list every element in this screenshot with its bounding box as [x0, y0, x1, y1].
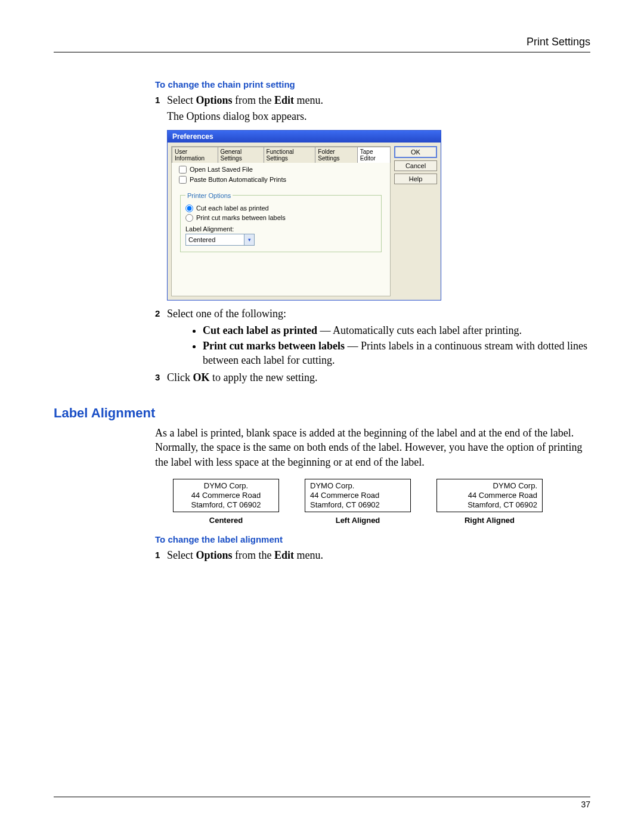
text: from the: [233, 94, 274, 106]
tab-tape-editor[interactable]: Tape Editor: [357, 147, 391, 163]
step-3: 3 Click OK to apply the new setting.: [155, 370, 590, 385]
bold-ok: OK: [193, 371, 210, 383]
radio-input[interactable]: [185, 205, 193, 212]
page-number: 37: [581, 800, 590, 809]
sample-line: Stamford, CT 06902: [310, 500, 380, 510]
alignment-step-1: 1 Select Options from the Edit menu.: [155, 548, 590, 562]
step-number: 1: [155, 548, 167, 562]
label-alignment-combo[interactable]: Centered ▾: [185, 234, 255, 246]
tab-general-settings[interactable]: General Settings: [218, 147, 264, 163]
checkbox-label: Open Last Saved File: [190, 166, 253, 173]
step-text: Select Options from the Edit menu.: [167, 93, 590, 107]
chevron-down-icon[interactable]: ▾: [244, 234, 254, 245]
sample-line: DYMO Corp.: [310, 481, 354, 491]
preferences-dialog: Preferences User Information General Set…: [167, 130, 441, 301]
group-legend: Printer Options: [185, 192, 233, 199]
text: Select: [167, 94, 196, 106]
example-box: DYMO Corp. 44 Commerce Road Stamford, CT…: [305, 479, 411, 512]
example-left: DYMO Corp. 44 Commerce Road Stamford, CT…: [305, 479, 411, 525]
step-text: Click OK to apply the new setting.: [167, 370, 590, 385]
step-1: 1 Select Options from the Edit menu.: [155, 93, 590, 107]
task-change-chain-print: To change the chain print setting 1 Sele…: [155, 79, 590, 385]
example-right: DYMO Corp. 44 Commerce Road Stamford, CT…: [436, 479, 543, 525]
example-box: DYMO Corp. 44 Commerce Road Stamford, CT…: [436, 479, 543, 512]
help-button[interactable]: Help: [394, 174, 437, 184]
tab-body: Open Last Saved File Paste Button Automa…: [172, 157, 390, 296]
sample-line: 44 Commerce Road: [310, 491, 379, 500]
page-footer: 37: [54, 797, 590, 809]
sample-line: DYMO Corp.: [493, 481, 537, 491]
header-title: Print Settings: [527, 36, 590, 48]
checkbox-input[interactable]: [179, 176, 187, 184]
bullet-cut-each: Cut each label as printed — Automaticall…: [203, 323, 590, 337]
dialog-button-column: OK Cancel Help: [394, 146, 437, 296]
cancel-button[interactable]: Cancel: [394, 160, 437, 171]
step-number: 1: [155, 93, 167, 107]
example-box: DYMO Corp. 44 Commerce Road Stamford, CT…: [173, 479, 279, 512]
alignment-examples: DYMO Corp. 44 Commerce Road Stamford, CT…: [173, 479, 543, 525]
text: Click: [167, 371, 193, 383]
step-1-result: The Options dialog box appears.: [167, 109, 590, 123]
radio-cut-each-label[interactable]: Cut each label as printed: [185, 205, 376, 212]
sample-line: 44 Commerce Road: [468, 491, 537, 500]
bold-options: Options: [196, 549, 232, 561]
example-caption: Right Aligned: [436, 516, 543, 525]
tab-folder-settings[interactable]: Folder Settings: [315, 147, 357, 163]
example-caption: Centered: [173, 516, 279, 525]
tab-user-information[interactable]: User Information: [172, 147, 218, 163]
checkbox-input[interactable]: [179, 166, 187, 174]
alignment-examples-block: DYMO Corp. 44 Commerce Road Stamford, CT…: [155, 479, 590, 562]
checkbox-paste-auto-print[interactable]: Paste Button Automatically Prints: [179, 176, 383, 184]
sample-line: DYMO Corp.: [204, 481, 248, 491]
page: Print Settings To change the chain print…: [0, 0, 644, 833]
bold-edit: Edit: [274, 94, 294, 106]
tab-functional-settings[interactable]: Functional Settings: [264, 147, 316, 163]
tabs-pane: User Information General Settings Functi…: [171, 146, 391, 296]
sample-line: Stamford, CT 06902: [191, 500, 261, 510]
text: menu.: [294, 94, 323, 106]
section-heading-label-alignment: Label Alignment: [54, 405, 590, 421]
page-header: Print Settings: [54, 36, 590, 52]
sample-line: Stamford, CT 06902: [467, 500, 537, 510]
ok-button[interactable]: OK: [394, 146, 437, 158]
bold-options: Options: [196, 94, 232, 106]
bullet-cut-marks: Print cut marks between labels — Prints …: [203, 339, 590, 368]
dialog-titlebar: Preferences: [168, 131, 441, 143]
step-number: 2: [155, 306, 167, 321]
step-text: Select one of the following:: [167, 306, 590, 321]
radio-print-cut-marks[interactable]: Print cut marks between labels: [185, 214, 376, 222]
checkbox-label: Paste Button Automatically Prints: [190, 176, 286, 183]
printer-options-group: Printer Options Cut each label as printe…: [180, 192, 382, 252]
radio-input[interactable]: [185, 214, 193, 222]
bold-edit: Edit: [274, 549, 294, 561]
dialog-client: User Information General Settings Functi…: [168, 143, 441, 300]
example-centered: DYMO Corp. 44 Commerce Road Stamford, CT…: [173, 479, 279, 525]
radio-label: Cut each label as printed: [196, 205, 269, 212]
text: to apply the new setting.: [210, 371, 318, 383]
bold: Print cut marks between labels: [203, 340, 345, 352]
bold: Cut each label as printed: [203, 324, 317, 336]
checkbox-open-last-saved[interactable]: Open Last Saved File: [179, 166, 383, 174]
text: Select: [167, 549, 196, 561]
tabstrip: User Information General Settings Functi…: [172, 146, 390, 162]
text: — Automatically cuts each label after pr…: [317, 324, 522, 336]
sample-line: 44 Commerce Road: [191, 491, 261, 500]
text: menu.: [294, 549, 323, 561]
task-title-alignment: To change the label alignment: [155, 534, 590, 544]
step-number: 3: [155, 370, 167, 385]
section-paragraph: As a label is printed, blank space is ad…: [155, 426, 590, 469]
step-2-bullets: Cut each label as printed — Automaticall…: [179, 323, 590, 368]
example-caption: Left Aligned: [305, 516, 411, 525]
step-text: Select Options from the Edit menu.: [167, 548, 590, 562]
task-title: To change the chain print setting: [155, 79, 590, 89]
step-2: 2 Select one of the following:: [155, 306, 590, 321]
label-alignment-label: Label Alignment:: [185, 225, 376, 233]
text: from the: [233, 549, 274, 561]
combo-value: Centered: [188, 236, 215, 243]
radio-label: Print cut marks between labels: [196, 214, 286, 221]
